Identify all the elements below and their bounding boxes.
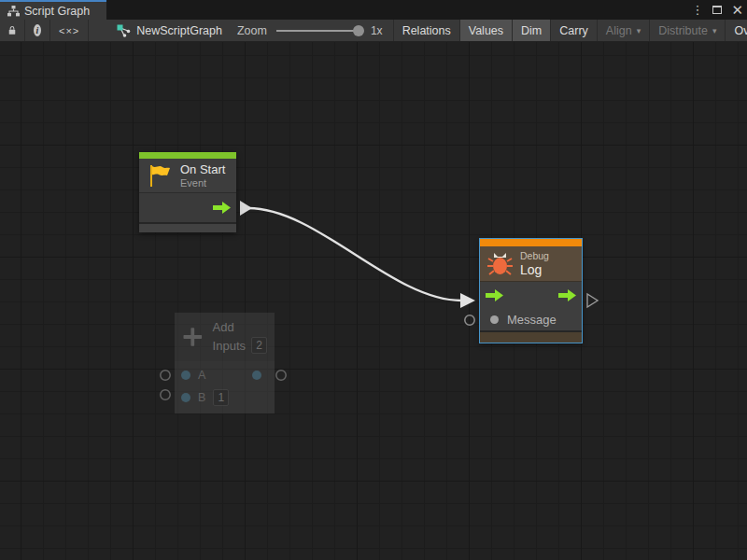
wire-on-start-to-log[interactable]: [248, 208, 461, 301]
info-button[interactable]: i: [25, 20, 50, 41]
inputs-label: Inputs: [213, 339, 246, 353]
bug-icon: [487, 251, 513, 277]
event-colorbar: [139, 152, 236, 159]
caret-down-icon: ▾: [712, 26, 717, 35]
flow-output-port[interactable]: [213, 202, 231, 214]
node-debug-log[interactable]: Debug Log Message: [480, 239, 582, 343]
connection-layer: [0, 42, 747, 560]
caret-down-icon: ▾: [637, 26, 641, 35]
close-icon[interactable]: ✕: [731, 3, 743, 17]
script-graph-asset-icon: [117, 24, 131, 37]
maximize-icon[interactable]: [712, 6, 722, 14]
titlebar: Script Graph ⋮ ✕: [0, 0, 747, 20]
tab-label: Script Graph: [24, 5, 90, 18]
port-b-label: B: [198, 391, 205, 404]
window-menu-icon[interactable]: ⋮: [691, 4, 703, 16]
distribute-button[interactable]: Distribute▾: [650, 20, 726, 41]
node-title: Log: [520, 262, 549, 277]
flag-icon: [147, 163, 173, 189]
graph-toolbar: i <×> NewScriptGraph Zoom 1x Relations V…: [0, 20, 747, 42]
code-view-button[interactable]: <×>: [50, 20, 89, 41]
message-port-label: Message: [507, 313, 557, 327]
node-title: Add: [213, 320, 267, 334]
zoom-control: Zoom 1x: [237, 20, 390, 41]
graph-reference[interactable]: NewScriptGraph: [89, 20, 232, 41]
add-input-b-unconnected-icon[interactable]: [161, 390, 170, 399]
inputs-count-field[interactable]: 2: [251, 337, 267, 354]
dim-button[interactable]: Dim: [513, 20, 551, 41]
flow-output-unconnected-icon[interactable]: [587, 294, 598, 307]
plus-icon: [182, 323, 204, 351]
graph-name: NewScriptGraph: [136, 24, 222, 37]
debug-colorbar: [480, 239, 582, 246]
add-output-unconnected-icon[interactable]: [276, 371, 286, 380]
message-port-unconnected-icon[interactable]: [465, 315, 474, 325]
lock-button[interactable]: [0, 20, 25, 41]
overview-button[interactable]: Overview: [726, 20, 747, 41]
node-add[interactable]: Add Inputs 2 A B 1: [175, 313, 275, 413]
node-title: On Start: [180, 162, 225, 176]
zoom-slider[interactable]: [276, 30, 362, 32]
zoom-label: Zoom: [237, 24, 267, 37]
port-b-value-field[interactable]: 1: [213, 389, 229, 406]
node-on-start[interactable]: On Start Event: [139, 152, 236, 232]
tab-script-graph[interactable]: Script Graph: [0, 0, 106, 20]
graph-hierarchy-icon: [7, 6, 20, 17]
script-graph-window: Script Graph ⋮ ✕ i <×>: [0, 0, 747, 560]
zoom-slider-handle[interactable]: [353, 25, 364, 36]
relations-button[interactable]: Relations: [394, 20, 460, 41]
node-footer: [139, 222, 236, 232]
info-icon: i: [34, 24, 41, 36]
flow-input-port[interactable]: [486, 289, 503, 301]
align-button[interactable]: Align▾: [598, 20, 650, 41]
carry-button[interactable]: Carry: [551, 20, 598, 41]
node-category: Debug: [520, 250, 549, 261]
node-footer: [480, 330, 582, 343]
code-view-icon: <×>: [59, 25, 79, 36]
port-a-label: A: [198, 369, 205, 382]
message-value-port[interactable]: [490, 315, 499, 324]
add-input-a-unconnected-icon[interactable]: [161, 371, 170, 380]
wire-end-arrow-icon: [460, 293, 475, 308]
value-input-port-b[interactable]: [181, 393, 190, 402]
zoom-value: 1x: [371, 24, 383, 37]
graph-canvas[interactable]: On Start Event Debug: [0, 42, 747, 560]
value-input-port-a[interactable]: [181, 371, 190, 380]
lock-icon: [8, 24, 16, 36]
values-button[interactable]: Values: [460, 20, 513, 41]
flow-output-port[interactable]: [558, 289, 576, 301]
value-output-port[interactable]: [252, 371, 261, 380]
node-subtitle: Event: [180, 177, 225, 189]
